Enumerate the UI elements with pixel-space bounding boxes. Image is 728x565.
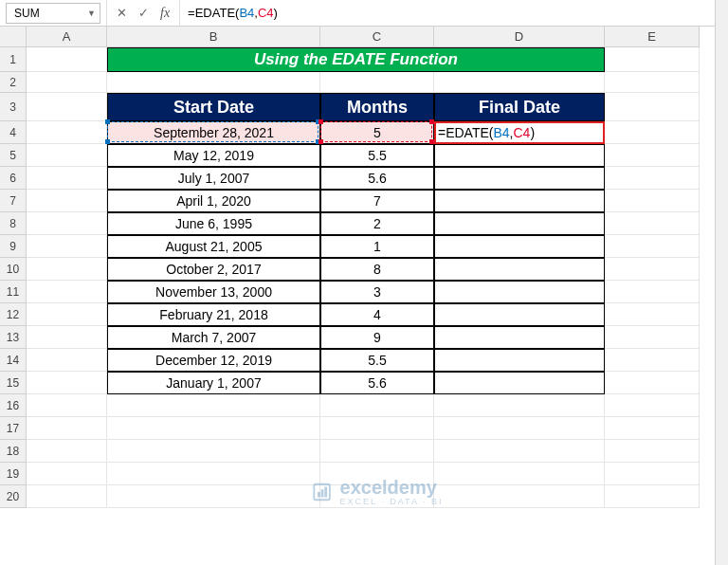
formula-input[interactable]: =EDATE(B4,C4) xyxy=(180,6,728,20)
cell-E12[interactable] xyxy=(605,303,700,326)
row-header-11[interactable]: 11 xyxy=(0,281,27,303)
row-header-1[interactable]: 1 xyxy=(0,47,27,72)
row-header-3[interactable]: 3 xyxy=(0,93,27,121)
cell-C6[interactable]: 5.6 xyxy=(320,167,434,190)
cell-D15[interactable] xyxy=(434,372,605,394)
row-header-5[interactable]: 5 xyxy=(0,144,27,167)
row-header-14[interactable]: 14 xyxy=(0,349,27,372)
cell-B8[interactable]: June 6, 1995 xyxy=(107,212,320,235)
cell-B20[interactable] xyxy=(107,485,320,508)
cell-B15[interactable]: January 1, 2007 xyxy=(107,372,320,394)
fx-icon[interactable]: fx xyxy=(160,6,170,21)
row-header-15[interactable]: 15 xyxy=(0,372,27,394)
cell-C11[interactable]: 3 xyxy=(320,281,434,303)
cell-B10[interactable]: October 2, 2017 xyxy=(107,258,320,281)
cell-E1[interactable] xyxy=(605,47,700,72)
cell-C7[interactable]: 7 xyxy=(320,190,434,212)
cell-D2[interactable] xyxy=(434,72,605,93)
cell-E14[interactable] xyxy=(605,349,700,372)
cell-A5[interactable] xyxy=(27,144,107,167)
chevron-down-icon[interactable]: ▼ xyxy=(87,9,96,18)
row-header-4[interactable]: 4 xyxy=(0,121,27,144)
cell-D11[interactable] xyxy=(434,281,605,303)
cell-D4[interactable]: =EDATE(B4,C4) xyxy=(434,121,605,144)
scrollbar-vertical[interactable] xyxy=(715,0,728,565)
cell-E11[interactable] xyxy=(605,281,700,303)
cell-A12[interactable] xyxy=(27,303,107,326)
cell-D14[interactable] xyxy=(434,349,605,372)
cell-A10[interactable] xyxy=(27,258,107,281)
column-header-a[interactable]: A xyxy=(27,27,107,47)
cell-B5[interactable]: May 12, 2019 xyxy=(107,144,320,167)
cell-D12[interactable] xyxy=(434,303,605,326)
row-header-6[interactable]: 6 xyxy=(0,167,27,190)
cell-B6[interactable]: July 1, 2007 xyxy=(107,167,320,190)
cell-A9[interactable] xyxy=(27,235,107,258)
cell-E5[interactable] xyxy=(605,144,700,167)
cell-E6[interactable] xyxy=(605,167,700,190)
cell-A16[interactable] xyxy=(27,394,107,417)
cell-B9[interactable]: August 21, 2005 xyxy=(107,235,320,258)
cell-B7[interactable]: April 1, 2020 xyxy=(107,190,320,212)
cell-B3[interactable]: Start Date xyxy=(107,93,320,121)
cell-E7[interactable] xyxy=(605,190,700,212)
cell-A11[interactable] xyxy=(27,281,107,303)
select-all-corner[interactable] xyxy=(0,27,27,47)
cell-C16[interactable] xyxy=(320,394,434,417)
row-header-17[interactable]: 17 xyxy=(0,417,27,440)
cell-C3[interactable]: Months xyxy=(320,93,434,121)
cell-C15[interactable]: 5.6 xyxy=(320,372,434,394)
cell-B14[interactable]: December 12, 2019 xyxy=(107,349,320,372)
cell-C12[interactable]: 4 xyxy=(320,303,434,326)
column-header-c[interactable]: C xyxy=(320,27,434,47)
cell-E8[interactable] xyxy=(605,212,700,235)
cell-E15[interactable] xyxy=(605,372,700,394)
enter-icon[interactable]: ✓ xyxy=(138,6,149,20)
cell-D8[interactable] xyxy=(434,212,605,235)
cell-B17[interactable] xyxy=(107,417,320,440)
cell-A8[interactable] xyxy=(27,212,107,235)
row-header-16[interactable]: 16 xyxy=(0,394,27,417)
row-header-2[interactable]: 2 xyxy=(0,72,27,93)
cell-C5[interactable]: 5.5 xyxy=(320,144,434,167)
cell-E2[interactable] xyxy=(605,72,700,93)
cell-E9[interactable] xyxy=(605,235,700,258)
cell-E13[interactable] xyxy=(605,326,700,349)
cell-E17[interactable] xyxy=(605,417,700,440)
cell-A19[interactable] xyxy=(27,463,107,485)
cell-D7[interactable] xyxy=(434,190,605,212)
cell-D13[interactable] xyxy=(434,326,605,349)
cell-A7[interactable] xyxy=(27,190,107,212)
cell-A18[interactable] xyxy=(27,440,107,463)
row-header-18[interactable]: 18 xyxy=(0,440,27,463)
column-header-e[interactable]: E xyxy=(605,27,700,47)
cells-area[interactable]: Using the EDATE FunctionStart DateMonths… xyxy=(27,47,728,508)
cell-B11[interactable]: November 13, 2000 xyxy=(107,281,320,303)
row-header-9[interactable]: 9 xyxy=(0,235,27,258)
cell-C17[interactable] xyxy=(320,417,434,440)
cell-A3[interactable] xyxy=(27,93,107,121)
cell-E18[interactable] xyxy=(605,440,700,463)
cell-E20[interactable] xyxy=(605,485,700,508)
row-header-8[interactable]: 8 xyxy=(0,212,27,235)
cell-E19[interactable] xyxy=(605,463,700,485)
column-header-b[interactable]: B xyxy=(107,27,320,47)
cell-D19[interactable] xyxy=(434,463,605,485)
row-header-12[interactable]: 12 xyxy=(0,303,27,326)
cell-A14[interactable] xyxy=(27,349,107,372)
cell-D17[interactable] xyxy=(434,417,605,440)
row-header-13[interactable]: 13 xyxy=(0,326,27,349)
cell-A17[interactable] xyxy=(27,417,107,440)
row-header-7[interactable]: 7 xyxy=(0,190,27,212)
cell-B4[interactable]: September 28, 2021 xyxy=(107,121,320,144)
cell-A20[interactable] xyxy=(27,485,107,508)
cell-C18[interactable] xyxy=(320,440,434,463)
row-header-19[interactable]: 19 xyxy=(0,463,27,485)
cell-C4[interactable]: 5 xyxy=(320,121,434,144)
column-header-d[interactable]: D xyxy=(434,27,605,47)
cell-E10[interactable] xyxy=(605,258,700,281)
cell-C13[interactable]: 9 xyxy=(320,326,434,349)
cell-E16[interactable] xyxy=(605,394,700,417)
cell-B16[interactable] xyxy=(107,394,320,417)
cell-D3[interactable]: Final Date xyxy=(434,93,605,121)
